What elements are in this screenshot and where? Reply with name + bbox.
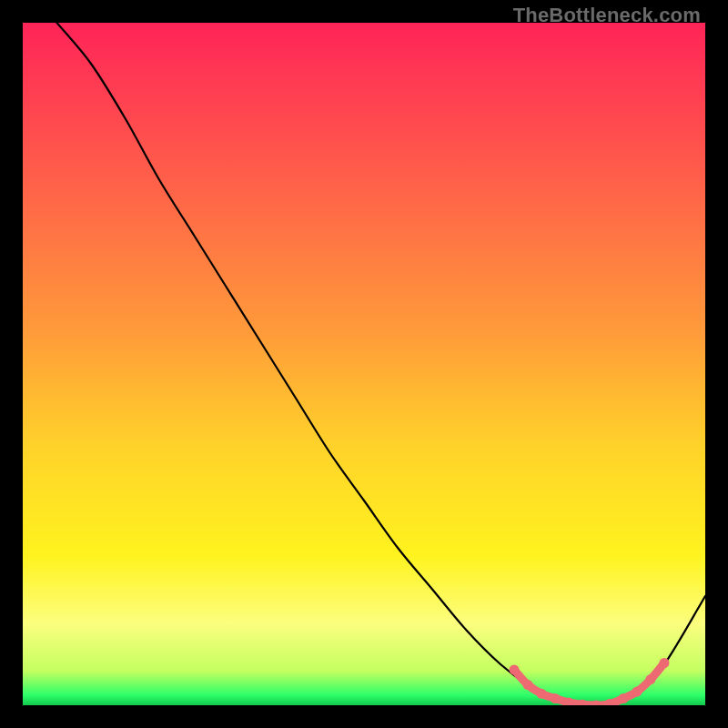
minimum-marker-dot: [632, 687, 642, 697]
minimum-marker-dot: [660, 658, 670, 668]
minimum-marker-dot: [619, 693, 629, 703]
minimum-marker-dot: [510, 665, 520, 675]
chart-svg: [23, 23, 705, 705]
watermark-text: TheBottleneck.com: [513, 4, 701, 27]
chart-frame: [23, 23, 705, 705]
chart-background: [23, 23, 705, 705]
minimum-marker-dot: [537, 689, 547, 699]
minimum-marker-dot: [646, 674, 656, 684]
minimum-marker-dot: [523, 680, 533, 690]
minimum-marker-dot: [551, 693, 561, 703]
